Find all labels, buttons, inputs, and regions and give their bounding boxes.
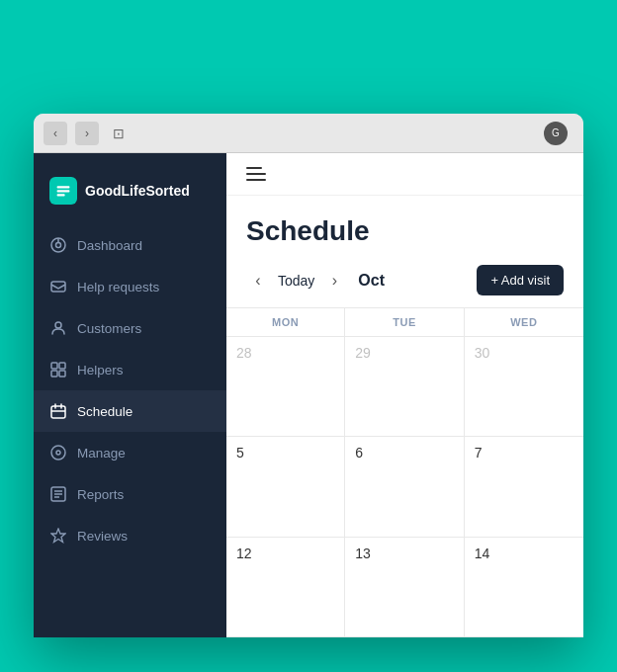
manage-label: Manage: [77, 446, 126, 461]
calendar-header: MON TUE WED: [226, 307, 583, 337]
col-mon: MON: [226, 308, 345, 336]
sidebar: GoodLifeSorted Dashboard: [34, 153, 226, 637]
sidebar-item-dashboard[interactable]: Dashboard: [34, 224, 226, 266]
topbar: [226, 153, 583, 196]
schedule-icon: [49, 402, 67, 420]
svg-rect-10: [51, 371, 57, 377]
calendar-grid: MON TUE WED 28 29 30: [226, 307, 583, 637]
helpers-label: Helpers: [77, 363, 124, 378]
calendar-nav: ‹ Today › Oct + Add visit: [226, 257, 583, 307]
next-month-button[interactable]: ›: [322, 269, 346, 293]
col-tue: TUE: [345, 308, 464, 336]
help-icon: [49, 278, 67, 295]
logo-area: GoodLifeSorted: [34, 169, 226, 224]
cell-date: 28: [236, 345, 334, 361]
customers-label: Customers: [77, 321, 141, 336]
sidebar-item-helpers[interactable]: Helpers: [34, 349, 226, 390]
calendar-row: 12 13 14: [226, 538, 583, 637]
calendar-cell[interactable]: 13: [345, 538, 464, 636]
dashboard-label: Dashboard: [77, 238, 142, 253]
svg-rect-9: [59, 363, 65, 369]
cell-date: 6: [355, 445, 453, 461]
svg-rect-8: [51, 363, 57, 369]
cell-date: 30: [475, 345, 573, 361]
browser-window: ‹ › ⊡ G GoodLifeSorted: [34, 114, 583, 637]
svg-rect-1: [57, 190, 70, 192]
hamburger-menu[interactable]: [246, 167, 564, 181]
logo-text: GoodLifeSorted: [85, 183, 190, 199]
calendar-cell[interactable]: 6: [345, 437, 464, 536]
main-content: Schedule ‹ Today › Oct + Add visit MON T…: [226, 153, 583, 637]
calendar-cell[interactable]: 29: [345, 337, 464, 436]
app-container: GoodLifeSorted Dashboard: [34, 153, 583, 637]
svg-rect-11: [59, 371, 65, 377]
calendar-cell[interactable]: 14: [465, 538, 583, 636]
logo-icon: [49, 177, 77, 205]
svg-point-7: [55, 322, 61, 328]
calendar-row: 28 29 30: [226, 337, 583, 437]
calendar-cell[interactable]: 12: [226, 538, 345, 636]
sidebar-item-reports[interactable]: Reports: [34, 473, 226, 515]
favicon: G: [544, 122, 568, 145]
cell-date: 13: [355, 546, 453, 561]
sidebar-item-schedule[interactable]: Schedule: [34, 390, 226, 432]
reports-label: Reports: [77, 487, 124, 502]
customers-icon: [49, 319, 67, 337]
sidebar-item-reviews[interactable]: Reviews: [34, 515, 226, 556]
cell-date: 12: [236, 546, 334, 561]
browser-toolbar: ‹ › ⊡ G: [34, 114, 583, 153]
sidebar-item-customers[interactable]: Customers: [34, 307, 226, 349]
month-label: Oct: [358, 272, 385, 290]
cell-date: 5: [236, 445, 334, 461]
calendar-cell[interactable]: 30: [465, 337, 583, 436]
calendar-cell[interactable]: 7: [465, 437, 583, 536]
sidebar-item-help-requests[interactable]: Help requests: [34, 266, 226, 307]
reviews-label: Reviews: [77, 529, 128, 544]
calendar-body: 28 29 30 5: [226, 337, 583, 637]
calendar-cell[interactable]: 28: [226, 337, 345, 436]
back-button[interactable]: ‹: [44, 122, 67, 145]
reports-icon: [49, 485, 67, 503]
svg-rect-12: [51, 406, 65, 418]
svg-rect-2: [57, 194, 65, 196]
forward-button[interactable]: ›: [75, 122, 99, 145]
favicon-area: G: [544, 122, 573, 145]
hamburger-line-2: [246, 173, 266, 175]
cell-date: 14: [475, 546, 573, 561]
cell-date: 7: [475, 445, 573, 461]
col-wed: WED: [465, 308, 583, 336]
prev-month-button[interactable]: ‹: [246, 269, 270, 293]
svg-marker-22: [51, 529, 65, 543]
sidebar-item-manage[interactable]: Manage: [34, 432, 226, 473]
svg-point-4: [56, 243, 61, 248]
svg-point-16: [51, 446, 65, 460]
page-title: Schedule: [226, 196, 583, 257]
svg-point-17: [56, 451, 60, 455]
layout-button[interactable]: ⊡: [107, 122, 131, 145]
hamburger-line-3: [246, 179, 266, 181]
logo-svg: [55, 183, 71, 199]
hamburger-line-1: [246, 167, 262, 169]
cell-date: 29: [355, 345, 453, 361]
schedule-label: Schedule: [77, 404, 132, 419]
help-requests-label: Help requests: [77, 280, 159, 294]
svg-rect-0: [57, 186, 70, 188]
calendar-cell[interactable]: 5: [226, 437, 345, 536]
helpers-icon: [49, 361, 67, 378]
add-visit-button[interactable]: + Add visit: [477, 265, 564, 295]
today-button[interactable]: Today: [278, 273, 314, 289]
dashboard-icon: [49, 236, 67, 254]
calendar-row: 5 6 7: [226, 437, 583, 537]
reviews-icon: [49, 527, 67, 545]
manage-icon: [49, 444, 67, 462]
